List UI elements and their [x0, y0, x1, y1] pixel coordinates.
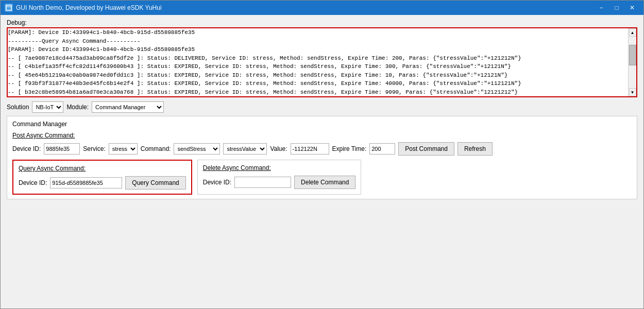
debug-section: Debug: [PARAM]: Device ID:433994c1-b840-… — [7, 19, 637, 97]
service-select[interactable]: stress — [109, 143, 138, 154]
param-select[interactable]: stressValue — [223, 143, 267, 154]
query-device-id-input[interactable] — [50, 177, 122, 188]
minimize-button[interactable]: − — [594, 3, 608, 13]
title-bar-controls: − □ ✕ — [594, 3, 639, 13]
query-async-box: Query Async Command: Device ID: Query Co… — [12, 160, 192, 195]
command-manager-title: Command Manager — [12, 121, 632, 128]
module-row: Solution NB-IoT LiteOS Module: Command M… — [7, 101, 637, 113]
title-bar-left: GUI North Demo, Developed by Huawei eSDK… — [5, 4, 162, 12]
value-input[interactable] — [291, 143, 329, 154]
close-button[interactable]: ✕ — [625, 3, 639, 13]
module-select[interactable]: Command Manager Device Manager — [92, 101, 164, 113]
device-id-input[interactable] — [44, 143, 80, 154]
query-command-button[interactable]: Query Command — [125, 176, 185, 190]
window-title: GUI North Demo, Developed by Huawei eSDK… — [16, 4, 162, 11]
command-label: Command: — [141, 145, 171, 152]
command-manager-box: Command Manager Post Async Command: Devi… — [7, 116, 637, 199]
svg-rect-0 — [6, 5, 11, 10]
maximize-button[interactable]: □ — [609, 3, 624, 13]
post-async-label: Post Async Command: — [12, 132, 632, 139]
refresh-button[interactable]: Refresh — [457, 142, 493, 156]
scroll-thumb[interactable] — [629, 45, 636, 65]
title-bar: GUI North Demo, Developed by Huawei eSDK… — [1, 1, 643, 15]
solution-select[interactable]: NB-IoT LiteOS — [32, 101, 63, 113]
device-id-label: Device ID: — [12, 145, 41, 152]
main-window: GUI North Demo, Developed by Huawei eSDK… — [0, 0, 644, 309]
expire-label: Expire Time: — [332, 145, 367, 152]
delete-command-button[interactable]: Delete Command — [294, 176, 355, 189]
debug-area-wrapper: [PARAM]: Device ID:433994c1-b840-4bcb-91… — [7, 27, 637, 97]
delete-row: Device ID: Delete Command — [203, 176, 356, 189]
post-async-row: Device ID: Service: stress Command: send… — [12, 142, 632, 156]
expire-input[interactable] — [369, 143, 395, 154]
bottom-row: Query Async Command: Device ID: Query Co… — [12, 160, 632, 195]
scroll-up-arrow[interactable]: ▲ — [629, 28, 636, 37]
delete-async-box: Delete Async Command: Device ID: Delete … — [197, 160, 362, 195]
query-async-label: Query Async Command: — [19, 165, 186, 172]
value-label: Value: — [270, 145, 287, 152]
command-select[interactable]: sendStress — [174, 143, 220, 154]
main-content: Debug: [PARAM]: Device ID:433994c1-b840-… — [1, 15, 643, 308]
delete-device-id-label: Device ID: — [203, 179, 231, 186]
post-async-section: Post Async Command: Device ID: Service: … — [12, 132, 632, 156]
delete-async-label: Delete Async Command: — [203, 164, 356, 171]
service-label: Service: — [83, 145, 105, 152]
scroll-down-arrow[interactable]: ▼ — [629, 88, 636, 96]
debug-output: [PARAM]: Device ID:433994c1-b840-4bcb-91… — [8, 28, 636, 96]
app-icon — [5, 4, 13, 12]
query-row: Device ID: Query Command — [19, 176, 186, 190]
delete-device-id-input[interactable] — [234, 177, 291, 188]
post-command-button[interactable]: Post Command — [398, 142, 454, 156]
module-label: Module: — [66, 104, 89, 111]
solution-label: Solution — [7, 104, 29, 111]
query-device-id-label: Device ID: — [19, 179, 47, 186]
debug-label: Debug: — [7, 19, 637, 26]
debug-scrollbar[interactable]: ▲ ▼ — [628, 28, 636, 96]
